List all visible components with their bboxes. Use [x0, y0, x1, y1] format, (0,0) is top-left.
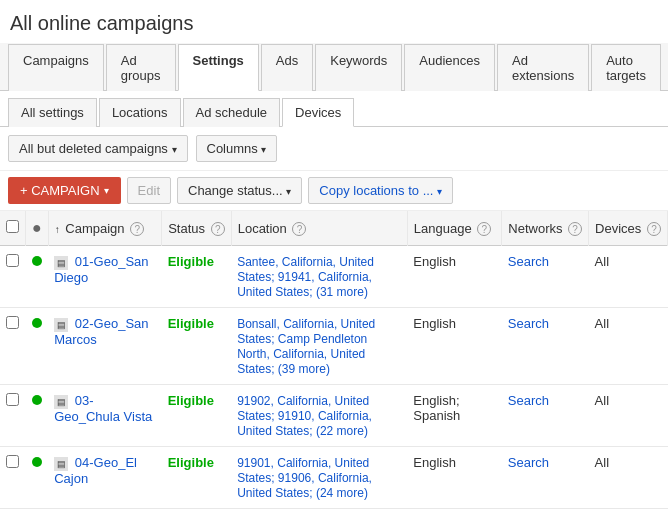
row-language-cell: English; Spanish: [407, 385, 502, 447]
campaigns-table-container: ● ↑ Campaign ? Status ? Location ? Langu…: [0, 211, 668, 509]
campaigns-table: ● ↑ Campaign ? Status ? Location ? Langu…: [0, 211, 668, 509]
subtab-ad-schedule[interactable]: Ad schedule: [183, 98, 281, 127]
tab-adgroups[interactable]: Ad groups: [106, 44, 176, 91]
table-header-row: ● ↑ Campaign ? Status ? Location ? Langu…: [0, 211, 668, 246]
row-campaign-cell: ▤ 04-Geo_El Cajon: [48, 447, 162, 509]
edit-label: Edit: [138, 183, 160, 198]
row-checkbox[interactable]: [6, 316, 19, 329]
status-value: Eligible: [168, 316, 214, 331]
row-status-cell: Eligible: [162, 385, 231, 447]
row-dot-cell: [26, 308, 49, 385]
row-dot-cell: [26, 246, 49, 308]
campaign-type-icon: ▤: [54, 457, 68, 471]
row-status-cell: Eligible: [162, 447, 231, 509]
location-link[interactable]: Santee, California, United States; 91941…: [237, 255, 374, 299]
sort-arrow-icon: ↑: [55, 224, 60, 235]
header-networks: Networks ?: [502, 211, 589, 246]
header-campaign[interactable]: ↑ Campaign ?: [48, 211, 162, 246]
status-help-icon[interactable]: ?: [211, 222, 225, 236]
row-checkbox-cell[interactable]: [0, 447, 26, 509]
edit-button[interactable]: Edit: [127, 177, 171, 204]
networks-link[interactable]: Search: [508, 316, 549, 331]
language-value: English: [413, 316, 456, 331]
row-campaign-cell: ▤ 02-Geo_San Marcos: [48, 308, 162, 385]
header-language: Language ?: [407, 211, 502, 246]
devices-help-icon[interactable]: ?: [647, 222, 661, 236]
row-devices-cell: All: [589, 308, 668, 385]
copy-locations-button[interactable]: Copy locations to ... ▾: [308, 177, 453, 204]
header-checkbox[interactable]: [0, 211, 26, 246]
header-devices: Devices ?: [589, 211, 668, 246]
tab-ads[interactable]: Ads: [261, 44, 313, 91]
row-dot-cell: [26, 385, 49, 447]
status-value: Eligible: [168, 393, 214, 408]
status-dot: [32, 395, 42, 405]
header-networks-label: Networks: [508, 221, 562, 236]
networks-link[interactable]: Search: [508, 455, 549, 470]
copy-locations-icon: ▾: [437, 186, 442, 197]
language-value: English: [413, 455, 456, 470]
row-location-cell: Santee, California, United States; 91941…: [231, 246, 407, 308]
header-language-label: Language: [414, 221, 472, 236]
header-status: Status ?: [162, 211, 231, 246]
networks-link[interactable]: Search: [508, 254, 549, 269]
change-status-label: Change status...: [188, 183, 283, 198]
change-status-icon: ▾: [286, 186, 291, 197]
campaign-button[interactable]: + CAMPAIGN ▾: [8, 177, 121, 204]
tab-campaigns[interactable]: Campaigns: [8, 44, 104, 91]
location-link[interactable]: Bonsall, California, United States; Camp…: [237, 317, 375, 376]
header-campaign-label: Campaign: [65, 221, 124, 236]
status-value: Eligible: [168, 254, 214, 269]
columns-label: Columns: [207, 141, 258, 156]
sub-tabs: All settings Locations Ad schedule Devic…: [0, 91, 668, 127]
location-link[interactable]: 91902, California, United States; 91910,…: [237, 394, 372, 438]
campaign-help-icon[interactable]: ?: [130, 222, 144, 236]
language-help-icon[interactable]: ?: [477, 222, 491, 236]
row-location-cell: 91901, California, United States; 91906,…: [231, 447, 407, 509]
tab-ad-extensions[interactable]: Ad extensions: [497, 44, 589, 91]
table-row: ▤ 04-Geo_El Cajon Eligible 91901, Califo…: [0, 447, 668, 509]
campaign-name-link[interactable]: 03-Geo_Chula Vista: [54, 393, 152, 424]
status-dot: [32, 318, 42, 328]
location-link[interactable]: 91901, California, United States; 91906,…: [237, 456, 372, 500]
row-checkbox[interactable]: [6, 455, 19, 468]
row-devices-cell: All: [589, 385, 668, 447]
subtab-all-settings[interactable]: All settings: [8, 98, 97, 127]
row-networks-cell: Search: [502, 385, 589, 447]
campaign-name-link[interactable]: 01-Geo_San Diego: [54, 254, 148, 285]
networks-link[interactable]: Search: [508, 393, 549, 408]
table-row: ▤ 03-Geo_Chula Vista Eligible 91902, Cal…: [0, 385, 668, 447]
networks-help-icon[interactable]: ?: [568, 222, 582, 236]
devices-value: All: [595, 393, 609, 408]
main-tabs: Campaigns Ad groups Settings Ads Keyword…: [0, 43, 668, 91]
tab-keywords[interactable]: Keywords: [315, 44, 402, 91]
row-checkbox-cell[interactable]: [0, 308, 26, 385]
row-campaign-cell: ▤ 03-Geo_Chula Vista: [48, 385, 162, 447]
page-title: All online campaigns: [0, 0, 668, 43]
change-status-button[interactable]: Change status... ▾: [177, 177, 302, 204]
subtab-devices[interactable]: Devices: [282, 98, 354, 127]
row-location-cell: Bonsall, California, United States; Camp…: [231, 308, 407, 385]
tab-audiences[interactable]: Audiences: [404, 44, 495, 91]
row-checkbox-cell[interactable]: [0, 246, 26, 308]
row-checkbox[interactable]: [6, 254, 19, 267]
subtab-locations[interactable]: Locations: [99, 98, 181, 127]
action-row: + CAMPAIGN ▾ Edit Change status... ▾ Cop…: [0, 171, 668, 211]
campaign-dropdown-icon: ▾: [104, 185, 109, 196]
row-networks-cell: Search: [502, 447, 589, 509]
campaign-name-link[interactable]: 02-Geo_San Marcos: [54, 316, 148, 347]
tab-settings[interactable]: Settings: [178, 44, 259, 91]
header-status-label: Status: [168, 221, 205, 236]
tab-auto-targets[interactable]: Auto targets: [591, 44, 661, 91]
location-help-icon[interactable]: ?: [292, 222, 306, 236]
row-checkbox-cell[interactable]: [0, 385, 26, 447]
filter-dropdown[interactable]: All but deleted campaigns ▾: [8, 135, 188, 162]
row-devices-cell: All: [589, 447, 668, 509]
header-location-label: Location: [238, 221, 287, 236]
row-checkbox[interactable]: [6, 393, 19, 406]
columns-dropdown[interactable]: Columns ▾: [196, 135, 278, 162]
select-all-checkbox[interactable]: [6, 220, 19, 233]
row-language-cell: English: [407, 246, 502, 308]
campaign-type-icon: ▤: [54, 395, 68, 409]
devices-value: All: [595, 316, 609, 331]
